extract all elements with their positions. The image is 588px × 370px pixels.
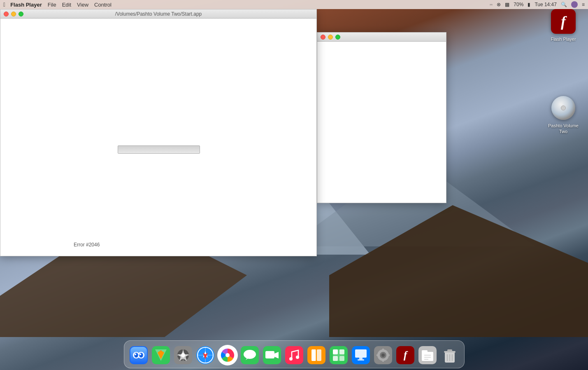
menubar:  Flash Player File Edit View Control ⎓ … (0, 0, 588, 9)
svg-rect-61 (377, 354, 379, 356)
svg-rect-52 (355, 349, 367, 358)
wifi-icon: ⊗ (497, 2, 501, 7)
svg-rect-54 (358, 359, 364, 361)
error-message: Error #2046 (74, 242, 100, 248)
flash-letter: f (561, 13, 566, 30)
dock-file-manager[interactable] (417, 345, 438, 365)
svg-point-13 (139, 353, 143, 358)
svg-rect-48 (339, 349, 344, 354)
view-menu[interactable]: View (77, 2, 88, 8)
window-controls (4, 12, 23, 16)
dock-photos[interactable] (217, 345, 238, 365)
svg-point-40 (296, 356, 299, 359)
svg-point-39 (289, 357, 293, 361)
secondary-window-controls (321, 35, 340, 40)
svg-rect-59 (382, 349, 384, 351)
flash-window-titlebar: /Volumes/Pashto Volume Two/Start.app (0, 9, 316, 19)
secondary-minimize-button[interactable] (328, 35, 333, 40)
dock-facetime[interactable] (262, 345, 282, 365)
dvd-icon-image (550, 95, 576, 121)
svg-point-12 (134, 353, 138, 358)
secondary-window (317, 32, 446, 203)
spotlight-icon[interactable]: 🔍 (561, 2, 567, 7)
svg-rect-53 (359, 358, 363, 359)
dock-keynote[interactable] (351, 345, 371, 365)
screen-icon: ▩ (505, 2, 509, 7)
secondary-maximize-button[interactable] (335, 35, 340, 40)
svg-rect-50 (339, 356, 344, 361)
dock-trash[interactable] (439, 345, 460, 365)
svg-rect-73 (447, 349, 452, 351)
apple-menu[interactable]:  (3, 1, 5, 8)
pashto-volume-label-1: Pashto Volume (548, 123, 579, 129)
svg-marker-7 (329, 205, 588, 337)
svg-point-15 (139, 354, 141, 355)
dock-maps[interactable] (151, 345, 171, 365)
svg-point-14 (135, 354, 136, 355)
svg-point-16 (135, 356, 137, 357)
dock-launchpad[interactable] (173, 345, 193, 365)
dock-numbers[interactable] (328, 345, 349, 365)
flash-player-icon-label: Flash Player (551, 36, 576, 42)
user-avatar (571, 1, 578, 8)
progress-bar (118, 145, 200, 154)
dock: f (124, 340, 465, 368)
flash-player-window: /Volumes/Pashto Volume Two/Start.app Err… (0, 9, 317, 256)
pashto-volume-label-2: Two (559, 129, 567, 134)
dock-safari[interactable] (195, 345, 216, 365)
menubar-status-area: ⎓ ⊗ ▩ 70% ▮ Tue 14:47 🔍 ≡ (490, 1, 585, 8)
svg-rect-67 (422, 350, 428, 353)
file-menu[interactable]: File (48, 2, 56, 8)
bluetooth-icon: ⎓ (490, 2, 493, 7)
dvd-disc (551, 96, 575, 120)
clock: Tue 14:47 (535, 2, 557, 7)
dock-finder[interactable] (128, 345, 149, 365)
dock-books[interactable] (306, 345, 327, 365)
svg-point-33 (244, 350, 256, 359)
svg-rect-36 (265, 351, 274, 358)
battery-level: 70% (514, 2, 523, 7)
pashto-volume-desktop-icon[interactable]: Pashto Volume Two (547, 95, 580, 135)
dvd-center-hole (561, 105, 566, 110)
svg-rect-47 (333, 349, 338, 354)
svg-rect-49 (333, 356, 338, 361)
svg-rect-43 (317, 349, 321, 361)
svg-rect-38 (285, 346, 303, 364)
svg-point-31 (225, 353, 230, 357)
app-name-menu[interactable]: Flash Player (10, 2, 42, 8)
flash-icon-bg: f (551, 9, 576, 34)
edit-menu[interactable]: Edit (62, 2, 71, 8)
close-button[interactable] (4, 12, 9, 16)
notification-icon[interactable]: ≡ (582, 2, 585, 7)
svg-point-58 (381, 354, 385, 357)
svg-point-17 (140, 356, 142, 357)
secondary-close-button[interactable] (321, 35, 325, 40)
dock-flash-player[interactable]: f (395, 345, 416, 365)
maximize-button[interactable] (19, 12, 23, 16)
dock-messages[interactable] (239, 345, 260, 365)
svg-rect-42 (311, 349, 316, 361)
flash-window-content: Error #2046 (0, 19, 316, 256)
secondary-window-titlebar (317, 33, 446, 42)
window-title: /Volumes/Pashto Volume Two/Start.app (115, 11, 202, 17)
minimize-button[interactable] (11, 12, 16, 16)
control-menu[interactable]: Control (94, 2, 112, 8)
dock-system-preferences[interactable] (373, 345, 393, 365)
dock-music[interactable] (284, 345, 304, 365)
svg-rect-60 (382, 360, 384, 362)
svg-rect-62 (388, 354, 390, 356)
flash-player-icon-image: f (550, 8, 576, 35)
battery-icon: ▮ (528, 2, 530, 7)
flash-player-desktop-icon[interactable]: f Flash Player (547, 8, 580, 42)
